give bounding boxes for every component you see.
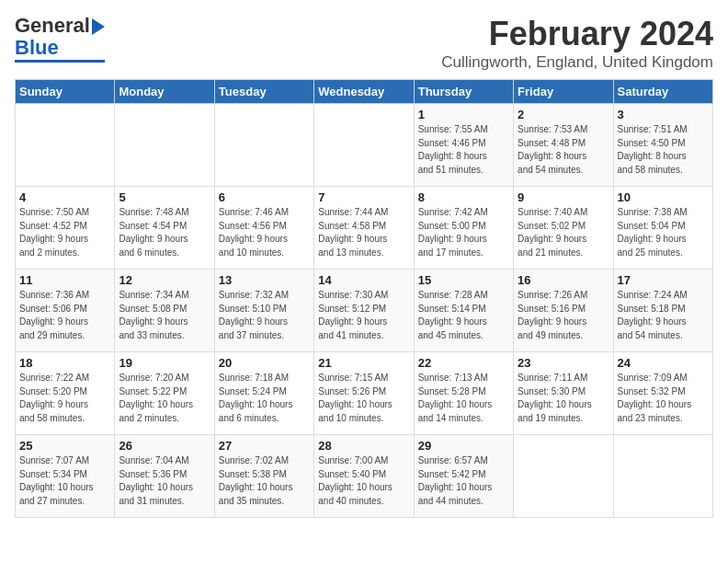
day-number: 29 [418,439,509,453]
calendar-cell: 3Sunrise: 7:51 AM Sunset: 4:50 PM Daylig… [613,104,712,187]
day-number: 12 [119,273,210,287]
logo-underline [15,60,105,63]
calendar-cell: 4Sunrise: 7:50 AM Sunset: 4:52 PM Daylig… [16,187,115,270]
calendar-cell: 8Sunrise: 7:42 AM Sunset: 5:00 PM Daylig… [414,187,513,270]
calendar-cell: 7Sunrise: 7:44 AM Sunset: 4:58 PM Daylig… [314,187,414,270]
day-info: Sunrise: 7:55 AM Sunset: 4:46 PM Dayligh… [418,123,509,177]
day-header-saturday: Saturday [613,80,712,104]
calendar-cell: 17Sunrise: 7:24 AM Sunset: 5:18 PM Dayli… [613,270,712,352]
day-info: Sunrise: 7:24 AM Sunset: 5:18 PM Dayligh… [618,289,709,342]
day-info: Sunrise: 7:13 AM Sunset: 5:28 PM Dayligh… [418,372,509,425]
logo-text-blue: Blue [15,37,59,59]
day-number: 19 [119,356,210,370]
day-info: Sunrise: 7:30 AM Sunset: 5:12 PM Dayligh… [318,289,409,342]
calendar-cell: 10Sunrise: 7:38 AM Sunset: 5:04 PM Dayli… [613,187,712,270]
day-info: Sunrise: 7:11 AM Sunset: 5:30 PM Dayligh… [518,372,609,425]
day-number: 14 [318,273,409,287]
day-number: 13 [219,273,310,287]
day-number: 2 [518,108,609,121]
day-number: 10 [618,190,709,204]
calendar-cell: 18Sunrise: 7:22 AM Sunset: 5:20 PM Dayli… [16,352,115,435]
calendar-cell: 19Sunrise: 7:20 AM Sunset: 5:22 PM Dayli… [115,352,214,435]
day-info: Sunrise: 7:48 AM Sunset: 4:54 PM Dayligh… [119,206,210,259]
day-number: 11 [19,273,110,287]
logo-text: General [15,15,105,37]
day-info: Sunrise: 7:51 AM Sunset: 4:50 PM Dayligh… [618,123,709,177]
calendar-week-row: 18Sunrise: 7:22 AM Sunset: 5:20 PM Dayli… [16,352,713,435]
day-info: Sunrise: 7:02 AM Sunset: 5:38 PM Dayligh… [219,454,310,508]
day-number: 22 [418,356,509,370]
calendar-cell [314,104,414,187]
day-number: 26 [119,439,210,453]
calendar-cell: 29Sunrise: 6:57 AM Sunset: 5:42 PM Dayli… [414,435,513,518]
calendar-cell: 5Sunrise: 7:48 AM Sunset: 4:54 PM Daylig… [115,187,214,270]
calendar-body: 1Sunrise: 7:55 AM Sunset: 4:46 PM Daylig… [16,104,713,518]
day-info: Sunrise: 7:36 AM Sunset: 5:06 PM Dayligh… [19,289,110,342]
day-header-tuesday: Tuesday [214,80,313,104]
day-number: 25 [19,439,110,453]
calendar-week-row: 1Sunrise: 7:55 AM Sunset: 4:46 PM Daylig… [16,104,713,187]
calendar-week-row: 4Sunrise: 7:50 AM Sunset: 4:52 PM Daylig… [16,187,713,270]
day-number: 5 [119,190,210,204]
day-info: Sunrise: 7:22 AM Sunset: 5:20 PM Dayligh… [19,372,110,425]
day-info: Sunrise: 7:15 AM Sunset: 5:26 PM Dayligh… [318,372,409,425]
day-info: Sunrise: 7:46 AM Sunset: 4:56 PM Dayligh… [219,206,310,259]
page-header: General Blue February 2024 Cullingworth,… [15,15,713,72]
day-info: Sunrise: 7:44 AM Sunset: 4:58 PM Dayligh… [318,206,409,259]
calendar-cell: 11Sunrise: 7:36 AM Sunset: 5:06 PM Dayli… [16,270,115,352]
calendar-cell [115,104,214,187]
day-info: Sunrise: 7:07 AM Sunset: 5:34 PM Dayligh… [19,454,110,508]
day-info: Sunrise: 7:40 AM Sunset: 5:02 PM Dayligh… [518,206,609,259]
calendar-cell: 26Sunrise: 7:04 AM Sunset: 5:36 PM Dayli… [115,435,214,518]
day-number: 7 [318,190,409,204]
calendar-cell: 20Sunrise: 7:18 AM Sunset: 5:24 PM Dayli… [214,352,313,435]
calendar-cell [613,435,712,518]
day-number: 28 [318,439,409,453]
day-info: Sunrise: 7:04 AM Sunset: 5:36 PM Dayligh… [119,454,210,508]
calendar-cell: 25Sunrise: 7:07 AM Sunset: 5:34 PM Dayli… [16,435,115,518]
calendar-cell: 9Sunrise: 7:40 AM Sunset: 5:02 PM Daylig… [514,187,613,270]
calendar-cell: 13Sunrise: 7:32 AM Sunset: 5:10 PM Dayli… [214,270,313,352]
logo: General Blue [15,15,105,63]
calendar-cell: 12Sunrise: 7:34 AM Sunset: 5:08 PM Dayli… [115,270,214,352]
day-number: 23 [518,356,609,370]
calendar-week-row: 11Sunrise: 7:36 AM Sunset: 5:06 PM Dayli… [16,270,713,352]
day-info: Sunrise: 7:34 AM Sunset: 5:08 PM Dayligh… [119,289,210,342]
day-info: Sunrise: 7:00 AM Sunset: 5:40 PM Dayligh… [318,454,409,508]
day-info: Sunrise: 6:57 AM Sunset: 5:42 PM Dayligh… [418,454,509,508]
calendar-cell: 22Sunrise: 7:13 AM Sunset: 5:28 PM Dayli… [414,352,513,435]
day-info: Sunrise: 7:50 AM Sunset: 4:52 PM Dayligh… [19,206,110,259]
calendar-table: SundayMondayTuesdayWednesdayThursdayFrid… [15,79,713,518]
calendar-cell: 16Sunrise: 7:26 AM Sunset: 5:16 PM Dayli… [514,270,613,352]
day-number: 18 [19,356,110,370]
day-info: Sunrise: 7:20 AM Sunset: 5:22 PM Dayligh… [119,372,210,425]
day-number: 20 [219,356,310,370]
calendar-cell [214,104,313,187]
calendar-cell: 2Sunrise: 7:53 AM Sunset: 4:48 PM Daylig… [514,104,613,187]
calendar-cell: 15Sunrise: 7:28 AM Sunset: 5:14 PM Dayli… [414,270,513,352]
day-number: 27 [219,439,310,453]
calendar-title: February 2024 [441,15,713,53]
day-info: Sunrise: 7:18 AM Sunset: 5:24 PM Dayligh… [219,372,310,425]
calendar-cell: 14Sunrise: 7:30 AM Sunset: 5:12 PM Dayli… [314,270,414,352]
day-info: Sunrise: 7:09 AM Sunset: 5:32 PM Dayligh… [618,372,709,425]
day-info: Sunrise: 7:26 AM Sunset: 5:16 PM Dayligh… [518,289,609,342]
calendar-header-row: SundayMondayTuesdayWednesdayThursdayFrid… [16,80,713,104]
calendar-cell [514,435,613,518]
day-info: Sunrise: 7:28 AM Sunset: 5:14 PM Dayligh… [418,289,509,342]
day-header-monday: Monday [115,80,214,104]
day-number: 6 [219,190,310,204]
day-info: Sunrise: 7:32 AM Sunset: 5:10 PM Dayligh… [219,289,310,342]
day-info: Sunrise: 7:42 AM Sunset: 5:00 PM Dayligh… [418,206,509,259]
calendar-cell: 23Sunrise: 7:11 AM Sunset: 5:30 PM Dayli… [514,352,613,435]
day-number: 1 [418,108,509,121]
day-number: 17 [618,273,709,287]
day-info: Sunrise: 7:53 AM Sunset: 4:48 PM Dayligh… [518,123,609,177]
calendar-cell: 6Sunrise: 7:46 AM Sunset: 4:56 PM Daylig… [214,187,313,270]
calendar-subtitle: Cullingworth, England, United Kingdom [441,53,713,72]
day-header-friday: Friday [514,80,613,104]
calendar-cell [16,104,115,187]
day-info: Sunrise: 7:38 AM Sunset: 5:04 PM Dayligh… [618,206,709,259]
calendar-cell: 24Sunrise: 7:09 AM Sunset: 5:32 PM Dayli… [613,352,712,435]
day-header-thursday: Thursday [414,80,513,104]
